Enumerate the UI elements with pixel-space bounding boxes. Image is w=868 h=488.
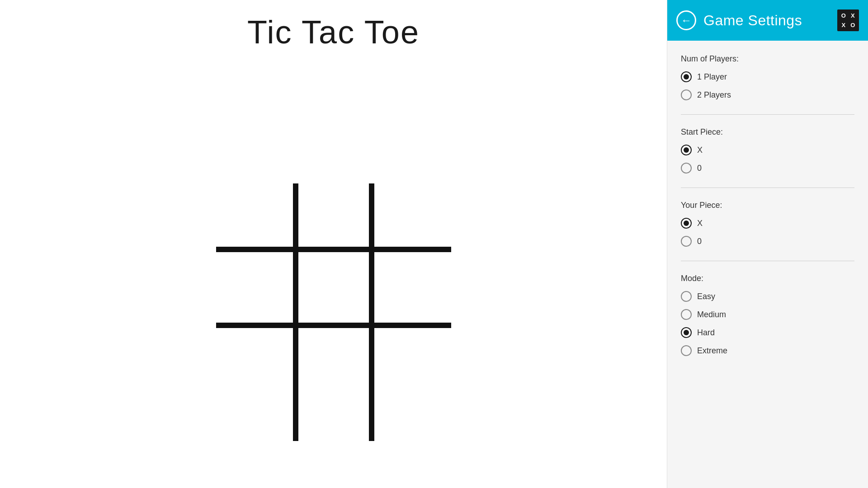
radio-label-piece-x: X <box>697 219 703 228</box>
divider-2 <box>681 188 854 188</box>
your-piece-group: Your Piece: X 0 <box>681 201 854 248</box>
game-area: Tic Tac Toe <box>0 0 667 488</box>
radio-piece-o[interactable]: 0 <box>681 235 854 248</box>
radio-easy[interactable]: Easy <box>681 290 854 303</box>
radio-btn-start-o[interactable] <box>681 163 692 174</box>
radio-hard[interactable]: Hard <box>681 326 854 339</box>
num-players-group: Num of Players: 1 Player 2 Players <box>681 54 854 102</box>
radio-btn-2players[interactable] <box>681 89 692 100</box>
radio-label-extreme: Extreme <box>697 346 727 356</box>
radio-btn-piece-o[interactable] <box>681 236 692 247</box>
radio-btn-piece-x[interactable] <box>681 218 692 229</box>
settings-header: ← Game Settings O X X O <box>667 0 868 41</box>
back-icon: ← <box>681 14 692 27</box>
game-board[interactable] <box>221 170 447 396</box>
radio-1player[interactable]: 1 Player <box>681 70 854 84</box>
radio-label-hard: Hard <box>697 328 715 338</box>
radio-label-easy: Easy <box>697 292 715 301</box>
your-piece-label: Your Piece: <box>681 201 854 210</box>
radio-label-medium: Medium <box>697 310 726 319</box>
game-title: Tic Tac Toe <box>247 14 420 51</box>
divider-3 <box>681 261 854 261</box>
horizontal-line-1 <box>216 247 451 252</box>
app-icon-cell-2: X <box>849 12 857 20</box>
radio-btn-hard[interactable] <box>681 327 692 338</box>
board-container <box>221 78 447 488</box>
radio-btn-start-x[interactable] <box>681 145 692 155</box>
radio-btn-easy[interactable] <box>681 291 692 302</box>
radio-btn-1player[interactable] <box>681 71 692 82</box>
radio-btn-extreme[interactable] <box>681 345 692 356</box>
start-piece-label: Start Piece: <box>681 127 854 137</box>
radio-2players[interactable]: 2 Players <box>681 88 854 102</box>
radio-label-2players: 2 Players <box>697 90 731 100</box>
app-icon-cell-3: X <box>840 21 848 29</box>
back-button[interactable]: ← <box>676 10 696 30</box>
radio-extreme[interactable]: Extreme <box>681 344 854 357</box>
radio-piece-x[interactable]: X <box>681 216 854 230</box>
app-icon: O X X O <box>837 9 859 31</box>
mode-label: Mode: <box>681 274 854 283</box>
num-players-label: Num of Players: <box>681 54 854 64</box>
settings-panel: ← Game Settings O X X O Num of Players: … <box>667 0 868 488</box>
app-icon-cell-4: O <box>849 21 857 29</box>
radio-medium[interactable]: Medium <box>681 308 854 321</box>
radio-label-start-x: X <box>697 145 703 155</box>
radio-label-piece-o: 0 <box>697 237 702 246</box>
radio-label-1player: 1 Player <box>697 72 727 82</box>
start-piece-group: Start Piece: X 0 <box>681 127 854 175</box>
app-icon-cell-1: O <box>840 12 848 20</box>
horizontal-line-2 <box>216 323 451 328</box>
vertical-line-2 <box>369 183 374 441</box>
settings-title: Game Settings <box>703 12 830 29</box>
radio-start-o[interactable]: 0 <box>681 161 854 175</box>
settings-content: Num of Players: 1 Player 2 Players Start… <box>667 41 868 371</box>
mode-group: Mode: Easy Medium Hard Extreme <box>681 274 854 357</box>
vertical-line-1 <box>293 183 298 441</box>
radio-start-x[interactable]: X <box>681 143 854 157</box>
divider-1 <box>681 114 854 115</box>
radio-label-start-o: 0 <box>697 164 702 173</box>
radio-btn-medium[interactable] <box>681 309 692 320</box>
